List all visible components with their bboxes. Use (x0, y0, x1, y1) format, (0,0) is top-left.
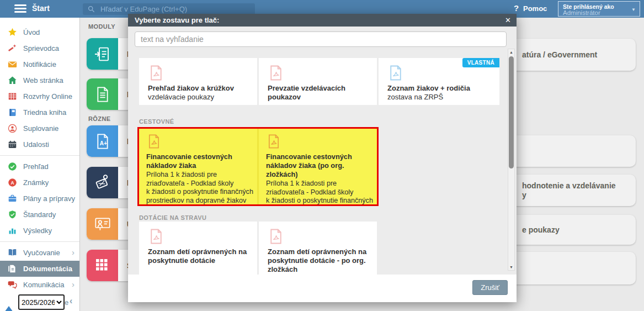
module-icon-tile (87, 38, 118, 70)
section-label-dotacie: DOTÁCIE NA STRAVU (139, 214, 206, 221)
sidebar-item-prehlad[interactable]: Prehľad (0, 159, 79, 175)
sidebar-item-web-stranka[interactable]: Web stránka (0, 72, 79, 88)
edupage-screen: Štart ? Pomoc Ste prihlásený ako Adminis… (0, 0, 644, 311)
scrollbar-thumb[interactable] (509, 56, 514, 168)
sidebar-item-dokumentacia[interactable]: Dokumentácia › (0, 261, 80, 277)
scroll-up-icon[interactable]: ▲ (508, 49, 514, 55)
book-icon (8, 108, 17, 117)
svg-text:A+: A+ (99, 140, 107, 146)
search-icon (88, 6, 95, 13)
sidebar-item-suplovanie[interactable]: Suplovanie (0, 120, 79, 136)
session-role: Administrátor (563, 9, 600, 16)
timetable-icon (8, 92, 17, 101)
module-icon-tile (87, 208, 118, 240)
collapse-sidebar-icon[interactable]: ‹ (70, 296, 72, 306)
briefcase-icon (8, 194, 17, 203)
sidebar-item-plany-a-pripravy[interactable]: Plány a prípravy (0, 191, 79, 207)
check-circle-icon (8, 162, 17, 171)
pdf-icon (148, 228, 164, 245)
grade-circle-icon: A (8, 178, 17, 187)
grid-table-icon (94, 257, 111, 275)
sidebar-item-notifikacie[interactable]: Notifikácie (0, 56, 79, 72)
pdf-icon (268, 65, 284, 81)
module-icon-tile (87, 250, 118, 281)
scroll-down-icon[interactable]: ▼ (508, 264, 514, 270)
help-icon[interactable]: ? (514, 3, 519, 13)
sidebar-item-vyucovanie[interactable]: Vyučovanie › (0, 245, 79, 261)
sidebar-divider (0, 155, 79, 156)
svg-text:A: A (10, 180, 14, 186)
section-label-moduly: MODULY (88, 23, 115, 30)
modal-header: Vyberte zostavu pre tlač: ✕ (128, 14, 517, 27)
session-role-switcher[interactable]: Ste prihlásený ako Administrátor ▼ (558, 1, 640, 17)
stamp-icon (94, 174, 111, 192)
clipped-label-fragment: e (65, 298, 68, 307)
sidebar-item-vysledky[interactable]: Výsledky (0, 223, 79, 239)
school-year-select[interactable]: 2025/2026 (18, 294, 65, 310)
section-label-rozne: RÔZNE (88, 115, 111, 122)
modal-body: Prehľad žiakov a krúžkov vzdelávacie pou… (128, 27, 517, 275)
shield-check-icon (8, 210, 17, 219)
sidebar-item-triedna-kniha[interactable]: Triedna kniha (0, 104, 79, 120)
star-icon (8, 28, 17, 37)
modal-title: Vyberte zostavu pre tlač: (135, 16, 219, 24)
modal-scrollbar[interactable]: ▲ ▼ (508, 49, 515, 271)
module-icon-tile (87, 167, 118, 198)
person-circle-icon (8, 124, 17, 133)
report-search-input[interactable] (135, 31, 507, 47)
menu-icon[interactable] (14, 4, 26, 13)
chat-bubbles-icon (8, 280, 17, 289)
sidebar-item-znamky[interactable]: A Známky (0, 175, 79, 191)
calendar-icon (8, 140, 17, 149)
sidebar-item-uvod[interactable]: Úvod (0, 24, 79, 40)
sidebar-item-sprievodca[interactable]: Sprievodca (0, 40, 79, 56)
report-tile-prehlad-ziakov[interactable]: Prehľad žiakov a krúžkov vzdelávacie pou… (139, 58, 257, 105)
sidebar: Úvod Sprievodca Notifikácie Web stránka … (0, 18, 80, 311)
magic-wand-icon (8, 44, 17, 53)
inventory-document-icon (94, 86, 111, 103)
pdf-icon (268, 228, 284, 245)
highlighted-report-group: Financovanie cestovných nákladov žiaka P… (137, 127, 379, 206)
global-search[interactable] (83, 3, 255, 15)
close-icon[interactable]: ✕ (505, 16, 511, 24)
clipped-logo-fragment (4, 306, 13, 311)
print-report-modal: Vyberte zostavu pre tlač: ✕ Prehľad žiak… (128, 14, 517, 302)
report-tile-dotacie-org[interactable]: Zoznam detí oprávnených na poskytnutie d… (259, 222, 377, 275)
pdf-icon (387, 65, 404, 81)
envelope-icon (8, 60, 17, 69)
sidebar-divider (0, 241, 79, 242)
sidebar-item-udalosti[interactable]: Udalosti (0, 136, 79, 152)
pdf-icon (146, 134, 162, 149)
cancel-button[interactable]: Zrušiť (472, 280, 508, 295)
document-icon (8, 264, 17, 273)
sidebar-item-komunikacia[interactable]: Komunikácia › (0, 277, 79, 293)
sidebar-item-standardy[interactable]: Štandardy (0, 207, 79, 223)
sidebar-item-rozvrhy-online[interactable]: Rozvrhy Online (0, 88, 79, 104)
report-tile-zoznam-ziakov-rodicia[interactable]: VLASTNÁ Zoznam žiakov + rodičia zostava … (379, 58, 499, 105)
home-icon (8, 76, 17, 85)
section-label-cestovne: CESTOVNÉ (139, 118, 174, 125)
module-icon-tile: A+ (87, 125, 118, 157)
chevron-right-icon: › (72, 280, 74, 289)
chevron-right-icon: › (72, 247, 74, 257)
modal-footer: Zrušiť (128, 275, 517, 302)
pdf-icon (148, 65, 164, 81)
global-search-input[interactable] (99, 4, 239, 14)
a-plus-page-icon: A+ (94, 133, 111, 150)
bar-chart-icon (8, 226, 17, 235)
start-button[interactable]: Štart (32, 4, 50, 13)
module-icon-tile (87, 78, 118, 110)
report-tile-financovanie-cestovnych[interactable]: Financovanie cestovných nákladov žiaka P… (139, 129, 257, 204)
report-tile-prevzatie-poukazov[interactable]: Prevzatie vzdelávacích poukazov (259, 58, 377, 105)
report-tile-dotacie[interactable]: Zoznam detí oprávnených na poskytnutie d… (139, 222, 257, 275)
sidebar-footer: e ‹ 2025/2026 (0, 293, 79, 311)
teacher-board-icon (94, 215, 111, 233)
help-button[interactable]: Pomoc (523, 4, 547, 13)
report-tile-financovanie-cestovnych-org[interactable]: Financovanie cestovných nákladov žiaka (… (259, 129, 377, 204)
pdf-icon (266, 134, 281, 149)
open-book-icon (8, 248, 17, 257)
custom-report-badge: VLASTNÁ (462, 58, 499, 67)
enrollment-form-icon (94, 45, 111, 63)
chevron-down-icon: ▼ (631, 7, 636, 12)
